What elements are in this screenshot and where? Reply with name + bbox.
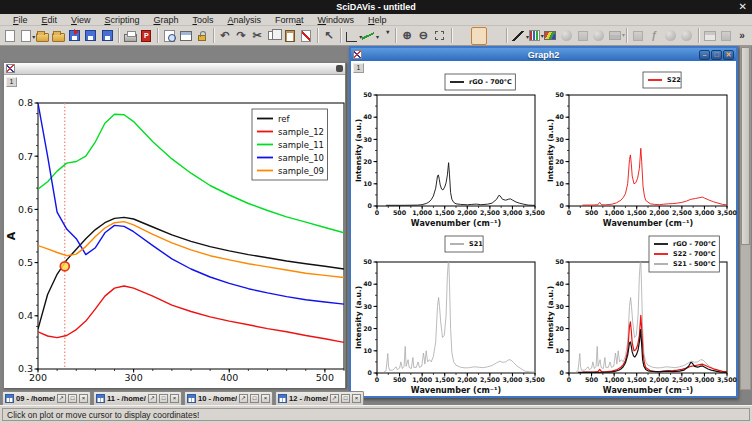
workspace-scrollbar[interactable] <box>740 46 751 390</box>
project-explorer-icon[interactable] <box>161 27 177 45</box>
titlebar[interactable]: SciDAVis - untitled ✕ <box>0 0 752 14</box>
maximize-icon[interactable]: □ <box>68 394 77 403</box>
export-pdf-icon[interactable] <box>138 27 154 45</box>
svg-text:3,500: 3,500 <box>525 376 545 383</box>
layer-tools-icon[interactable] <box>344 27 360 45</box>
copy-icon[interactable] <box>265 27 281 45</box>
data-display-icon[interactable] <box>455 27 471 45</box>
menu-analysis[interactable]: Analysis <box>220 14 268 26</box>
undo-icon[interactable]: ↶ <box>217 27 233 45</box>
svg-text:1,500: 1,500 <box>627 209 648 216</box>
raman-s21-chart[interactable]: 05001,0001,5002,0002,5003,0003,500010203… <box>353 229 545 396</box>
uvvis-titlebar[interactable] <box>4 63 345 75</box>
close-icon[interactable]: × <box>170 394 179 403</box>
uvvis-plot-area: 1 2003004005000.30.40.50.60.70.8Arefsamp… <box>4 75 345 388</box>
restore-icon[interactable]: ↗ <box>239 394 248 403</box>
layer-button[interactable]: 1 <box>353 63 364 73</box>
minimized-window-tab[interactable]: 09 - /home/...↗□× <box>2 391 91 405</box>
toolbar-separator <box>317 28 318 43</box>
pointer-tool-icon[interactable]: ↖ <box>321 27 337 45</box>
maximize-icon[interactable]: □ <box>711 50 722 60</box>
save-template-icon[interactable] <box>99 27 115 45</box>
open-template-icon[interactable] <box>51 27 67 45</box>
toolbar-separator <box>157 28 158 43</box>
svg-text:40: 40 <box>555 113 564 120</box>
move-points-icon[interactable] <box>487 27 503 45</box>
matrix-plot-icon[interactable] <box>542 27 558 45</box>
menu-tools[interactable]: Tools <box>185 14 220 26</box>
plot-window-graph2[interactable]: Graph2 –□✕ 1 05001,0001,5002,0002,5003,0… <box>349 46 738 398</box>
menu-format[interactable]: Format <box>268 14 311 26</box>
open-project-icon <box>36 33 49 42</box>
raman-s22-chart[interactable]: 05001,0001,5002,0002,5003,0003,500010203… <box>545 62 737 229</box>
menu-file[interactable]: File <box>6 14 35 26</box>
menu-help[interactable]: Help <box>361 14 394 26</box>
paste-icon[interactable] <box>281 27 297 45</box>
minimized-window-tab[interactable]: 10 - /home/...↗□× <box>184 391 273 405</box>
zoom-in-icon[interactable]: ⊕ <box>399 27 415 45</box>
menu-windows[interactable]: Windows <box>311 14 362 26</box>
svg-text:S21: S21 <box>469 240 483 248</box>
import-ascii-icon[interactable] <box>67 27 83 45</box>
svg-text:3,500: 3,500 <box>525 209 545 216</box>
plot3d-bars-icon <box>575 27 591 45</box>
graph2-plot-area: 1 05001,0001,5002,0002,5003,0003,5000102… <box>351 61 736 396</box>
restore-icon[interactable]: ↗ <box>148 394 157 403</box>
cut-icon[interactable]: ✂ <box>249 27 265 45</box>
new-project-icon[interactable] <box>2 27 18 45</box>
rescale-icon[interactable] <box>431 27 447 45</box>
minimized-window-tab[interactable]: 11 - /home/...↗□× <box>93 391 182 405</box>
toolbar: ↶↷✂↖⊕⊖ƒ» <box>0 26 752 46</box>
window-title: SciDAVis - untitled <box>0 2 752 12</box>
maximize-icon[interactable]: □ <box>341 394 350 403</box>
menu-view[interactable]: View <box>64 14 97 26</box>
scrollbar-thumb[interactable] <box>741 47 750 245</box>
minimized-window-tab[interactable]: 12 - /home/...↗□× <box>275 391 364 405</box>
close-icon[interactable]: × <box>261 394 270 403</box>
print-icon[interactable] <box>122 27 138 45</box>
svg-text:1,000: 1,000 <box>412 209 433 216</box>
window-menu-icon[interactable] <box>336 65 343 72</box>
svg-text:0: 0 <box>375 376 380 383</box>
draw-line-icon[interactable] <box>510 27 526 45</box>
uvvis-chart[interactable]: 2003004005000.30.40.50.60.70.8Arefsample… <box>4 75 345 388</box>
open-project-icon[interactable] <box>34 27 50 45</box>
restore-icon[interactable]: ↗ <box>330 394 339 403</box>
restore-icon[interactable]: ↗ <box>57 394 66 403</box>
menu-graph[interactable]: Graph <box>146 14 185 26</box>
data-reader-icon[interactable] <box>471 27 487 45</box>
toolbar-overflow-icon[interactable]: » <box>734 27 750 45</box>
clear-icon[interactable] <box>298 27 314 45</box>
plot-window-uvvis[interactable]: 1 2003004005000.30.40.50.60.70.8Arefsamp… <box>3 62 346 388</box>
plot-type-icon[interactable] <box>526 27 542 45</box>
svg-text:sample_12: sample_12 <box>278 127 324 137</box>
graph2-titlebar[interactable]: Graph2 –□✕ <box>351 48 736 61</box>
misc-tool-4-icon <box>718 27 734 45</box>
save-project-icon[interactable] <box>83 27 99 45</box>
lock-toolbars-icon[interactable] <box>194 27 210 45</box>
close-icon[interactable]: × <box>79 394 88 403</box>
maximize-icon[interactable]: □ <box>159 394 168 403</box>
maximize-icon[interactable]: □ <box>250 394 259 403</box>
raman-overlay-chart[interactable]: 05001,0001,5002,0002,5003,0003,500010203… <box>545 229 737 396</box>
layer-button[interactable]: 1 <box>6 77 17 87</box>
close-icon[interactable]: × <box>352 394 361 403</box>
close-icon[interactable]: ✕ <box>739 0 747 14</box>
redo-icon[interactable]: ↷ <box>233 27 249 45</box>
add-text-icon[interactable] <box>376 27 392 45</box>
svg-text:ref: ref <box>278 114 291 124</box>
minimize-icon[interactable]: – <box>699 50 710 60</box>
svg-text:Wavenumber (cm⁻¹): Wavenumber (cm⁻¹) <box>603 386 693 395</box>
plot3d-ribbon-icon <box>609 31 621 40</box>
zoom-out-icon[interactable]: ⊖ <box>415 27 431 45</box>
menu-scripting[interactable]: Scripting <box>97 14 146 26</box>
raman-rgo-chart[interactable]: 05001,0001,5002,0002,5003,0003,500010203… <box>353 62 545 229</box>
results-log-icon[interactable] <box>178 27 194 45</box>
new-window-icon[interactable] <box>18 27 34 45</box>
curve-style-icon[interactable] <box>360 27 376 45</box>
menu-edit[interactable]: Edit <box>35 14 65 26</box>
raman-subplot-grid: 05001,0001,5002,0002,5003,0003,500010203… <box>351 61 736 396</box>
svg-text:3,500: 3,500 <box>717 209 737 216</box>
svg-text:500: 500 <box>393 209 407 216</box>
close-icon[interactable]: ✕ <box>723 50 734 60</box>
